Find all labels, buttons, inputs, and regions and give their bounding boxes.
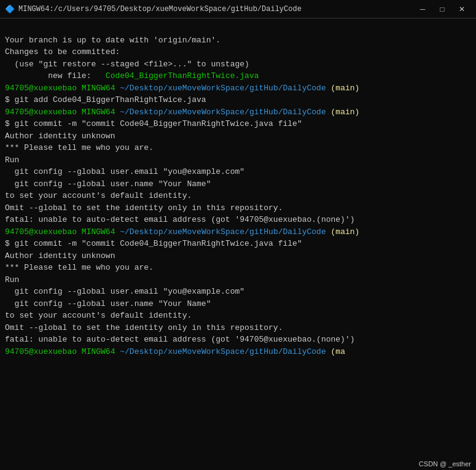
title-path: MINGW64:/c/Users/94705/Desktop/xueMoveWo… — [18, 5, 302, 14]
minimize-button[interactable]: ─ — [413, 2, 432, 16]
title-bar: 🔷 MINGW64:/c/Users/94705/Desktop/xueMove… — [0, 0, 476, 18]
watermark: CSDN @ _esther — [419, 460, 471, 468]
close-button[interactable]: ✕ — [453, 2, 471, 16]
terminal-line: git config --global user.name "Your Name… — [5, 298, 471, 310]
terminal-line: $ git commit -m "commit Code04_BiggerTha… — [5, 238, 471, 250]
terminal-line: 94705@xuexuebao MINGW64 ~/Desktop/xueMov… — [5, 346, 471, 358]
terminal-line: Omit --global to set the identity only i… — [5, 322, 471, 334]
terminal-line: $ git add Code04_BiggerThanRightTwice.ja… — [5, 94, 471, 106]
maximize-button[interactable]: □ — [433, 2, 451, 16]
title-bar-left: 🔷 MINGW64:/c/Users/94705/Desktop/xueMove… — [5, 4, 302, 14]
terminal-line: fatal: unable to auto-detect email addre… — [5, 214, 471, 226]
terminal-icon: 🔷 — [5, 4, 15, 14]
terminal-line: fatal: unable to auto-detect email addre… — [5, 334, 471, 346]
terminal-line: git config --global user.email "you@exam… — [5, 166, 471, 178]
title-controls: ─ □ ✕ — [413, 2, 471, 16]
terminal-line: (use "git restore --staged <file>..." to… — [5, 58, 471, 71]
terminal-line: Author identity unknown — [5, 250, 471, 262]
terminal-line: git config --global user.email "you@exam… — [5, 286, 471, 298]
terminal-line: new file: Code04_BiggerThanRightTwice.ja… — [5, 70, 471, 82]
terminal-line: to set your account's default identity. — [5, 310, 471, 322]
terminal-line: Omit --global to set the identity only i… — [5, 202, 471, 214]
terminal-line: *** Please tell me who you are. — [5, 142, 471, 154]
terminal-line: to set your account's default identity. — [5, 190, 471, 202]
terminal-line: 94705@xuexuebao MINGW64 ~/Desktop/xueMov… — [5, 106, 471, 119]
terminal-line: Changes to be committed: — [5, 46, 471, 58]
terminal-line: 94705@xuexuebao MINGW64 ~/Desktop/xueMov… — [5, 82, 471, 95]
terminal-line: *** Please tell me who you are. — [5, 262, 471, 274]
terminal-line: Run — [5, 154, 471, 166]
terminal-line: $ git commit -m "commit Code04_BiggerTha… — [5, 118, 471, 130]
terminal-line: Your branch is up to date with 'origin/m… — [5, 34, 471, 47]
terminal-line: git config --global user.name "Your Name… — [5, 178, 471, 190]
terminal-line: Run — [5, 274, 471, 286]
terminal-line: 94705@xuexuebao MINGW64 ~/Desktop/xueMov… — [5, 226, 471, 238]
terminal-content[interactable]: Your branch is up to date with 'origin/m… — [0, 18, 476, 470]
terminal-line: Author identity unknown — [5, 130, 471, 143]
